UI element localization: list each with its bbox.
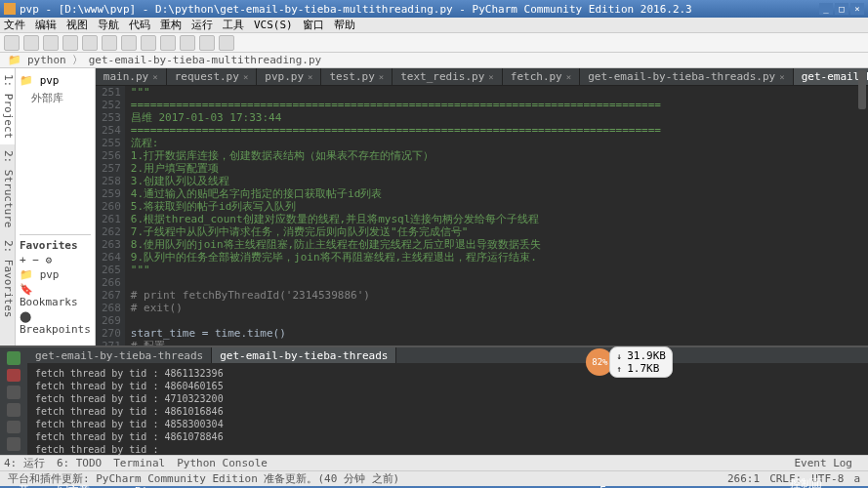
menu-item[interactable]: 运行 (191, 18, 213, 32)
open-button[interactable] (4, 35, 20, 51)
caret-position[interactable]: 266:1 (727, 472, 760, 485)
paste-button[interactable] (121, 35, 137, 51)
close-tab-icon[interactable]: × (488, 72, 493, 82)
editor-tab[interactable]: text_redis.py× (393, 68, 503, 85)
editor-tabs: main.py×request.py×pvp.py×test.py×text_r… (96, 68, 868, 86)
run-content: get-email-by-tieba-threads get-email-by-… (27, 347, 868, 455)
favorites-item[interactable]: 📁 pvp (20, 267, 91, 282)
editor-tab[interactable]: get-email-by-tieba-multithreading.py× (794, 68, 868, 85)
side-tabs: 1: Project 2: Structure 2: Favorites (0, 68, 16, 346)
main-area: 1: Project 2: Structure 2: Favorites 📁 p… (0, 68, 868, 346)
close-tab-icon[interactable]: × (243, 72, 248, 82)
event-log-tab[interactable]: Event Log (794, 457, 852, 469)
close-tab-icon[interactable]: × (308, 72, 312, 82)
editor-tab[interactable]: test.py× (321, 68, 393, 85)
run-tab[interactable]: get-email-by-tieba-threads (212, 347, 396, 363)
fav-toolbar: + − ⚙ (20, 253, 91, 267)
statusbar: 平台和插件更新: PyCharm Community Edition 准备更新。… (0, 470, 868, 486)
menu-item[interactable]: 导航 (98, 18, 119, 32)
fwd-button[interactable] (160, 35, 176, 51)
menu-item[interactable]: 工具 (223, 18, 244, 32)
pause-button[interactable] (7, 386, 21, 399)
titlebar: pvp - [D:\www\pvp] - D:\python\get-email… (0, 0, 868, 18)
stop-run-button[interactable] (7, 369, 21, 383)
rerun-button[interactable] (7, 351, 21, 365)
close-button[interactable]: × (850, 3, 864, 15)
run-tabs: get-email-by-tieba-threads get-email-by-… (27, 347, 868, 363)
up-button[interactable] (7, 403, 21, 417)
badge-speed: ↓ 31.9KB↑ 1.7KB (609, 346, 673, 378)
editor-tab[interactable]: pvp.py× (257, 68, 321, 85)
run-panel: get-email-by-tieba-threads get-email-by-… (0, 346, 868, 455)
menu-item[interactable]: 重构 (160, 18, 182, 32)
gutter: 251 252 253 254 255 256 257 258 259 260 … (96, 86, 125, 346)
down-button[interactable] (7, 421, 21, 434)
close-run-button[interactable] (7, 437, 21, 451)
toolbar (0, 33, 868, 53)
undo-button[interactable] (43, 35, 59, 51)
project-root[interactable]: 📁 pvp (20, 72, 91, 89)
editor-tab[interactable]: request.py× (167, 68, 258, 85)
tab-structure[interactable]: 2: Structure (0, 144, 15, 233)
minimap[interactable] (858, 70, 866, 109)
menu-item[interactable]: VCS(S) (254, 19, 293, 31)
tab-favorites[interactable]: 2: Favorites (0, 234, 15, 323)
menubar: 文件编辑视图导航代码重构运行工具VCS(S)窗口帮助 (0, 18, 868, 33)
run-button[interactable] (180, 35, 195, 51)
bottom-tool-tabs: 4: 运行6: TODOTerminalPython ConsoleEvent … (0, 455, 868, 470)
editor-tab[interactable]: get-email-by-tieba-threads.py× (580, 68, 793, 85)
tool-tab[interactable]: Terminal (113, 457, 165, 469)
maximize-button[interactable]: □ (835, 3, 848, 15)
editor-tab[interactable]: main.py× (96, 68, 167, 85)
folder-icon: 📁 (8, 54, 21, 66)
app-icon (4, 3, 16, 15)
back-button[interactable] (141, 35, 156, 51)
network-badge[interactable]: 82% ↓ 31.9KB↑ 1.7KB (586, 346, 673, 378)
close-tab-icon[interactable]: × (779, 72, 784, 82)
code-content[interactable]: """ ====================================… (125, 86, 868, 346)
close-tab-icon[interactable]: × (566, 72, 571, 82)
run-output[interactable]: fetch thread by tid : 4861132396 fetch t… (27, 363, 868, 455)
run-tab[interactable]: get-email-by-tieba-threads (27, 347, 212, 363)
menu-item[interactable]: 窗口 (303, 18, 324, 32)
minimize-button[interactable]: _ (819, 3, 833, 15)
save-button[interactable] (23, 35, 39, 51)
menu-item[interactable]: 文件 (4, 18, 25, 32)
tool-tab[interactable]: 6: TODO (57, 457, 102, 469)
chevron-right-icon: 〉 (72, 53, 83, 67)
menu-item[interactable]: 代码 (129, 18, 150, 32)
close-tab-icon[interactable]: × (379, 72, 384, 82)
tool-tab[interactable]: Python Console (177, 457, 268, 469)
stop-button[interactable] (219, 35, 234, 51)
breadcrumb-item[interactable]: python (27, 54, 66, 66)
copy-button[interactable] (102, 35, 117, 51)
favorites-item[interactable]: 🔖 Bookmarks (20, 282, 91, 309)
debug-button[interactable] (199, 35, 215, 51)
redo-button[interactable] (62, 35, 78, 51)
tool-tab[interactable]: 4: 运行 (4, 456, 45, 470)
favorites-item[interactable]: ⬤ Breakpoints (20, 309, 91, 337)
menu-item[interactable]: 帮助 (334, 18, 355, 32)
favorites-title: Favorites (20, 234, 91, 253)
editor-area: main.py×request.py×pvp.py×test.py×text_r… (96, 68, 868, 346)
external-libs[interactable]: 外部库 (20, 89, 91, 107)
window-controls: _ □ × (819, 3, 864, 15)
breadcrumb-item[interactable]: get-email-by-tieba-multithreading.py (89, 54, 321, 66)
sidebar: 1: Project 2: Structure 2: Favorites 📁 p… (0, 68, 96, 346)
code-editor[interactable]: 251 252 253 254 255 256 257 258 259 260 … (96, 86, 868, 346)
menu-item[interactable]: 视图 (66, 18, 88, 32)
breadcrumb: 📁 python 〉 get-email-by-tieba-multithrea… (0, 53, 868, 68)
menu-item[interactable]: 编辑 (35, 18, 57, 32)
system-tray[interactable]: 控制面板\所有… 17:52 (790, 476, 866, 489)
project-tree: 📁 pvp 外部库 Favorites + − ⚙ 📁 pvp 🔖 Bookma… (16, 68, 95, 346)
cut-button[interactable] (82, 35, 98, 51)
run-toolbar (0, 347, 27, 455)
title-text: pvp - [D:\www\pvp] - D:\python\get-email… (20, 3, 692, 16)
tab-project[interactable]: 1: Project (0, 68, 15, 144)
editor-tab[interactable]: fetch.py× (503, 68, 580, 85)
close-tab-icon[interactable]: × (152, 72, 157, 82)
